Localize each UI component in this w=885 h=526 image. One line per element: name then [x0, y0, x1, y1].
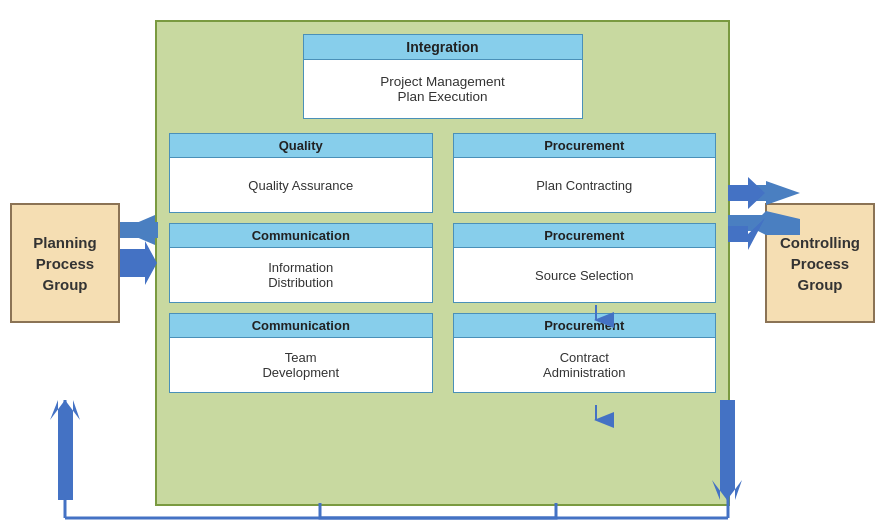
planning-to-main-arrow [120, 241, 157, 285]
communication-team-body: TeamDevelopment [169, 338, 433, 393]
main-executing-area: Integration Project Management Plan Exec… [155, 20, 730, 506]
main-to-controlling-arrow-icon [766, 181, 800, 205]
procurement-plan-body: Plan Contracting [453, 158, 717, 213]
planning-process-group: Planning Process Group [10, 203, 120, 323]
planning-arrow-right-icon [120, 215, 155, 245]
controlling-to-main-shaft [728, 215, 766, 231]
communication-info-body: InformationDistribution [169, 248, 433, 303]
quality-header: Quality [169, 133, 433, 158]
integration-body: Project Management Plan Execution [303, 60, 583, 119]
communication-team-card: Communication TeamDevelopment [169, 313, 433, 393]
procurement-source-body: Source Selection [453, 248, 717, 303]
process-cards-grid: Quality Quality Assurance Procurement Pl… [169, 133, 716, 393]
procurement-plan-header: Procurement [453, 133, 717, 158]
quality-body: Quality Assurance [169, 158, 433, 213]
planning-arrow-shaft-right [120, 222, 158, 238]
procurement-contract-card: Procurement ContractAdministration [453, 313, 717, 393]
communication-team-header: Communication [169, 313, 433, 338]
procurement-source-header: Procurement [453, 223, 717, 248]
communication-info-card: Communication InformationDistribution [169, 223, 433, 303]
procurement-source-card: Procurement Source Selection [453, 223, 717, 303]
controlling-to-main-arrow [728, 218, 765, 250]
procurement-plan-card: Procurement Plan Contracting [453, 133, 717, 213]
main-to-controlling-shaft [728, 185, 766, 201]
procurement-contract-body: ContractAdministration [453, 338, 717, 393]
quality-card: Quality Quality Assurance [169, 133, 433, 213]
diagram-container: Planning Process Group Controlling Proce… [0, 0, 885, 526]
main-to-controlling-arrow [728, 177, 765, 209]
controlling-process-group: Controlling Process Group [765, 203, 875, 323]
integration-section: Integration Project Management Plan Exec… [169, 34, 716, 119]
integration-header: Integration [303, 34, 583, 60]
communication-info-header: Communication [169, 223, 433, 248]
left-up-arrow [50, 400, 80, 500]
procurement-contract-header: Procurement [453, 313, 717, 338]
